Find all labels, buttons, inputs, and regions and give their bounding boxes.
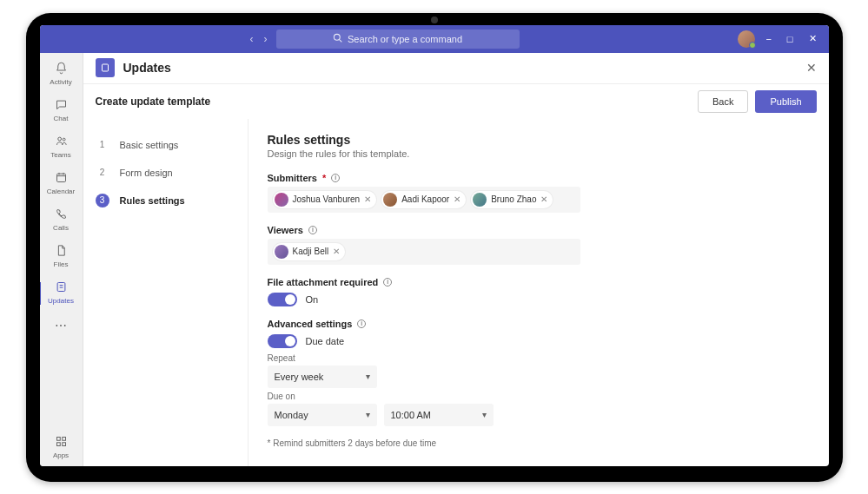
svg-point-3: [63, 138, 65, 141]
reminder-footnote: * Remind submitters 2 days before due ti…: [268, 438, 810, 448]
maximize-icon[interactable]: □: [782, 30, 798, 48]
svg-rect-13: [102, 64, 108, 71]
rail-item-activity[interactable]: Activity: [40, 56, 83, 93]
updates-app-icon: [96, 58, 115, 77]
avatar-icon: [473, 193, 487, 207]
info-icon[interactable]: i: [331, 174, 340, 182]
rail-item-calls[interactable]: Calls: [40, 202, 83, 239]
info-icon[interactable]: i: [357, 319, 366, 328]
search-icon: [333, 33, 342, 44]
rail-item-calendar[interactable]: Calendar: [40, 166, 83, 202]
bell-icon: [40, 62, 83, 77]
step-form-design[interactable]: 2 Form design: [94, 159, 237, 187]
remove-chip-icon[interactable]: ✕: [454, 194, 461, 204]
remove-chip-icon[interactable]: ✕: [540, 194, 547, 204]
panel-heading: Rules settings: [268, 133, 810, 147]
due-date-label: Due date: [306, 336, 345, 346]
person-chip: Bruno Zhao ✕: [471, 191, 553, 208]
close-icon[interactable]: ✕: [804, 30, 822, 48]
remove-chip-icon[interactable]: ✕: [333, 247, 340, 256]
svg-rect-11: [56, 442, 60, 445]
chat-icon: [40, 98, 83, 114]
calendar-icon: [40, 171, 83, 187]
app-rail: Activity Chat Teams: [40, 53, 83, 466]
viewers-label: Viewers i: [268, 225, 810, 235]
step-rules-settings[interactable]: 3 Rules settings: [94, 187, 237, 214]
required-asterisk: *: [322, 173, 326, 183]
info-icon[interactable]: i: [383, 278, 392, 287]
rail-item-files[interactable]: Files: [40, 239, 83, 275]
dueon-label: Due on: [268, 392, 810, 401]
nav-back-icon[interactable]: ‹: [247, 30, 257, 49]
teams-icon: [40, 135, 83, 150]
rail-more-icon[interactable]: ⋯: [40, 312, 83, 339]
avatar-icon: [275, 193, 288, 207]
rules-panel: Rules settings Design the rules for this…: [248, 119, 829, 466]
rail-item-chat[interactable]: Chat: [40, 93, 83, 129]
svg-rect-10: [62, 437, 65, 440]
chevron-down-icon: ▾: [366, 410, 370, 419]
submitters-label: Submitters * i: [268, 173, 810, 183]
repeat-select[interactable]: Every week ▾: [268, 366, 377, 388]
apps-icon: [40, 435, 83, 451]
back-button[interactable]: Back: [698, 90, 748, 113]
chevron-down-icon: ▾: [366, 372, 370, 381]
app-close-icon[interactable]: ✕: [806, 61, 817, 75]
subheader-title: Create update template: [96, 96, 211, 108]
user-avatar[interactable]: [738, 30, 755, 48]
sub-header: Create update template Back Publish: [83, 84, 829, 119]
dueon-time-select[interactable]: 10:00 AM ▾: [384, 404, 494, 426]
avatar-icon: [275, 245, 288, 259]
rail-item-updates[interactable]: Updates: [40, 275, 83, 312]
person-chip: Kadji Bell ✕: [273, 243, 346, 260]
svg-rect-8: [57, 282, 65, 291]
rail-item-teams[interactable]: Teams: [40, 129, 83, 166]
chevron-down-icon: ▾: [482, 410, 487, 419]
app-title: Updates: [123, 61, 171, 75]
advanced-settings-label: Advanced settings i: [268, 319, 810, 329]
panel-subtitle: Design the rules for this template.: [268, 148, 810, 159]
steps-nav: 1 Basic settings 2 Form design 3 Rules s…: [83, 119, 248, 466]
svg-rect-4: [56, 174, 65, 181]
file-icon: [40, 244, 83, 260]
dueon-day-select[interactable]: Monday ▾: [268, 404, 377, 426]
info-icon[interactable]: i: [308, 226, 317, 234]
file-attachment-toggle[interactable]: [268, 293, 297, 306]
svg-point-0: [334, 34, 340, 40]
presence-indicator: [749, 42, 756, 49]
remove-chip-icon[interactable]: ✕: [364, 194, 371, 204]
search-input[interactable]: Search or type a command: [276, 30, 520, 49]
viewers-input[interactable]: Kadji Bell ✕: [268, 239, 580, 265]
person-chip: Aadi Kapoor ✕: [381, 191, 466, 208]
svg-line-1: [340, 40, 342, 43]
rail-item-apps[interactable]: Apps: [40, 430, 83, 466]
svg-point-2: [57, 137, 61, 141]
repeat-label: Repeat: [268, 353, 810, 363]
due-date-toggle[interactable]: [268, 334, 297, 348]
svg-rect-9: [56, 437, 60, 440]
titlebar: ‹ › Search or type a command − □ ✕: [40, 25, 829, 53]
avatar-icon: [383, 193, 397, 207]
search-placeholder: Search or type a command: [348, 34, 462, 44]
phone-icon: [40, 207, 83, 223]
publish-button[interactable]: Publish: [755, 90, 816, 113]
svg-rect-12: [62, 442, 65, 445]
submitters-input[interactable]: Joshua Vanburen ✕ Aadi Kapoor ✕ Bruno Zh…: [268, 187, 580, 213]
updates-icon: [40, 280, 83, 296]
file-attachment-state: On: [306, 294, 319, 305]
minimize-icon[interactable]: −: [760, 30, 776, 48]
person-chip: Joshua Vanburen ✕: [273, 191, 377, 208]
file-attachment-label: File attachment required i: [268, 277, 810, 287]
app-header: Updates ✕: [83, 53, 829, 84]
step-basic-settings[interactable]: 1 Basic settings: [94, 131, 237, 159]
nav-forward-icon[interactable]: ›: [261, 30, 271, 49]
